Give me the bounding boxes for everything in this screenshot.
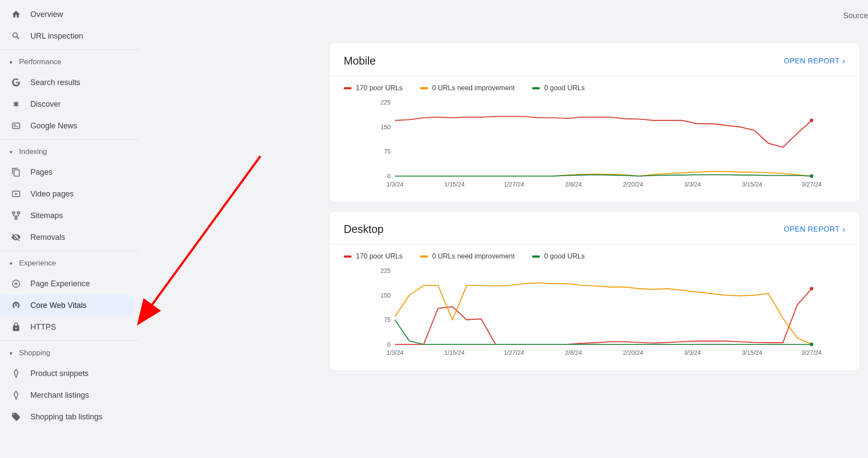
nav-label: URL inspection (30, 32, 83, 41)
video-icon (11, 189, 21, 199)
card-mobile: MobileOPEN REPORT›170 poor URLs0 URLs ne… (330, 43, 859, 202)
sitemap-icon (11, 211, 21, 220)
y-tick-label: 150 (381, 292, 391, 299)
nav-item-overview[interactable]: Overview (0, 3, 135, 25)
divider (0, 251, 139, 251)
x-tick-label: 1/27/24 (504, 181, 524, 188)
nav-item-shopping-tab[interactable]: Shopping tab listings (0, 406, 135, 428)
x-tick-label: 1/27/24 (504, 349, 524, 356)
y-tick-label: 225 (381, 99, 391, 106)
card-title: Mobile (344, 55, 376, 67)
series-line-good (395, 320, 812, 344)
nav-item-merchant-listings[interactable]: Merchant listings (0, 384, 135, 406)
divider (0, 139, 139, 140)
x-tick-label: 2/20/24 (623, 181, 643, 188)
card-title: Desktop (344, 223, 384, 236)
legend-label: 170 poor URLs (356, 84, 403, 92)
series-endpoint (810, 119, 813, 122)
section-header-shopping[interactable]: ▾Shopping (0, 344, 139, 363)
section-header-indexing[interactable]: ▾Indexing (0, 142, 139, 161)
y-tick-label: 0 (387, 341, 391, 348)
search-icon (11, 31, 21, 41)
diamond-icon (11, 369, 21, 378)
series-line-poor (395, 117, 812, 147)
nav-item-google-news[interactable]: Google News (0, 115, 135, 137)
chevron-down-icon: ▾ (10, 149, 17, 155)
legend-swatch (344, 87, 352, 89)
source-label: Source (843, 11, 868, 20)
line-chart: 0751502251/3/241/15/241/27/242/8/242/20/… (344, 266, 845, 357)
section-header-performance[interactable]: ▾Performance (0, 52, 139, 72)
open-report-link[interactable]: OPEN REPORT› (784, 56, 845, 66)
legend-swatch (420, 255, 428, 258)
nav-item-https[interactable]: HTTPS (0, 316, 135, 338)
chart-area: 0751502251/3/241/15/241/27/242/8/242/20/… (330, 265, 859, 370)
svg-rect-1 (14, 124, 16, 125)
svg-rect-0 (13, 123, 20, 129)
nav-item-removals[interactable]: Removals (0, 226, 135, 248)
nav-label: Shopping tab listings (30, 412, 102, 422)
legend-swatch (532, 255, 540, 258)
series-endpoint (810, 343, 813, 346)
chart-legend: 170 poor URLs0 URLs need improvement0 go… (330, 245, 859, 265)
legend-item: 170 poor URLs (344, 84, 403, 92)
y-tick-label: 75 (384, 148, 391, 155)
legend-label: 0 URLs need improvement (432, 252, 515, 260)
chart-area: 0751502251/3/241/15/241/27/242/8/242/20/… (330, 96, 859, 202)
plus-circle-icon (11, 279, 21, 288)
nav-item-discover[interactable]: Discover (0, 93, 135, 115)
section-header-experience[interactable]: ▾Experience (0, 254, 139, 273)
nav-label: Video pages (30, 190, 74, 199)
chart-legend: 170 poor URLs0 URLs need improvement0 go… (330, 76, 859, 96)
nav-item-search-results[interactable]: Search results (0, 72, 135, 93)
pages-icon (11, 167, 21, 177)
y-tick-label: 0 (387, 173, 391, 180)
y-tick-label: 150 (381, 124, 391, 131)
eye-off-icon (11, 232, 21, 242)
x-tick-label: 2/20/24 (623, 349, 643, 356)
x-tick-label: 3/3/24 (684, 181, 701, 188)
google-g-icon (11, 78, 21, 87)
legend-item: 170 poor URLs (344, 252, 403, 260)
legend-item: 0 URLs need improvement (420, 84, 515, 92)
card-desktop: DesktopOPEN REPORT›170 poor URLs0 URLs n… (330, 212, 859, 370)
section-label: Performance (19, 58, 61, 66)
nav-item-sitemaps[interactable]: Sitemaps (0, 205, 135, 226)
open-report-label: OPEN REPORT (784, 225, 840, 234)
nav-label: HTTPS (30, 323, 56, 332)
svg-point-6 (15, 304, 17, 306)
open-report-link[interactable]: OPEN REPORT› (784, 224, 845, 234)
legend-item: 0 good URLs (532, 84, 585, 92)
legend-label: 170 poor URLs (356, 252, 403, 260)
tag-icon (11, 412, 21, 422)
legend-swatch (532, 87, 540, 89)
chevron-down-icon: ▾ (10, 350, 17, 357)
nav-item-pages[interactable]: Pages (0, 161, 135, 183)
x-tick-label: 2/8/24 (565, 181, 582, 188)
svg-marker-4 (15, 193, 18, 195)
chevron-right-icon: › (842, 56, 845, 66)
series-endpoint (810, 174, 813, 178)
legend-label: 0 URLs need improvement (432, 84, 515, 92)
x-tick-label: 1/3/24 (387, 349, 404, 356)
nav-label: Page Experience (30, 279, 90, 288)
legend-swatch (420, 87, 428, 89)
y-tick-label: 225 (381, 267, 391, 274)
nav-item-product-snippets[interactable]: Product snippets (0, 363, 135, 384)
nav-label: Product snippets (30, 369, 89, 378)
section-label: Indexing (19, 147, 47, 156)
nav-item-page-experience[interactable]: Page Experience (0, 273, 135, 294)
legend-label: 0 good URLs (544, 252, 585, 260)
section-label: Shopping (19, 349, 50, 357)
nav-item-video-pages[interactable]: Video pages (0, 183, 135, 205)
nav-item-url-inspection[interactable]: URL inspection (0, 25, 135, 47)
nav-item-core-web-vitals[interactable]: Core Web Vitals (0, 294, 135, 316)
lock-icon (11, 322, 21, 332)
chevron-right-icon: › (842, 224, 845, 234)
nav-label: Search results (30, 78, 80, 87)
line-chart: 0751502251/3/241/15/241/27/242/8/242/20/… (344, 98, 845, 189)
divider (0, 49, 139, 50)
legend-item: 0 URLs need improvement (420, 252, 515, 260)
x-tick-label: 1/15/24 (444, 349, 465, 356)
nav-label: Removals (30, 233, 65, 242)
